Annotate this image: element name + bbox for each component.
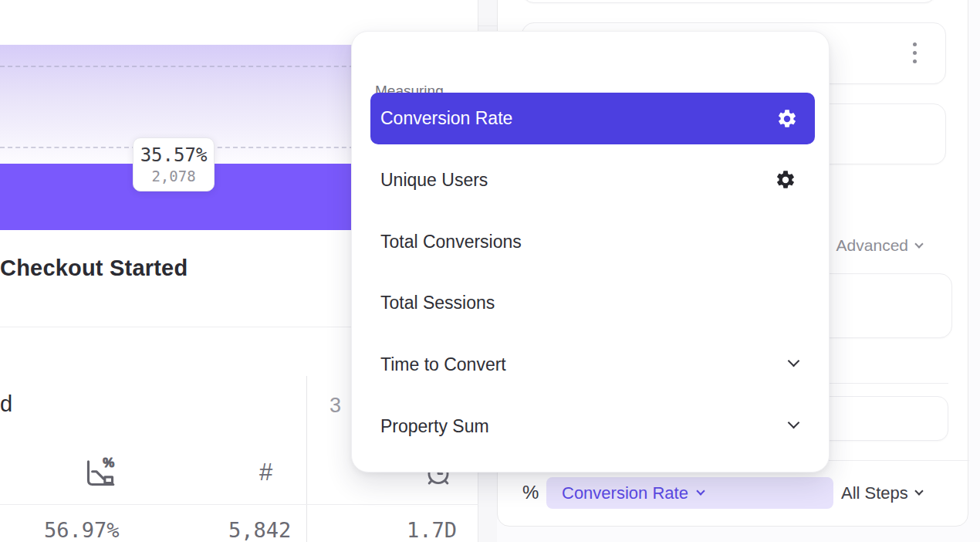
chevron-down-icon bbox=[696, 486, 705, 495]
table-column-divider bbox=[306, 376, 307, 542]
table-step-name-fragment: d bbox=[0, 391, 12, 417]
percent-symbol: % bbox=[522, 482, 539, 503]
chevron-down-icon[interactable] bbox=[788, 417, 800, 429]
metric-count-value: 5,842 bbox=[228, 518, 291, 542]
gear-icon[interactable] bbox=[775, 169, 796, 191]
svg-text:%: % bbox=[103, 456, 114, 470]
gear-icon[interactable] bbox=[776, 108, 798, 130]
chevron-down-icon[interactable] bbox=[788, 355, 800, 368]
menu-item-total-conversions[interactable]: Total Conversions bbox=[380, 232, 522, 252]
metric-conversion-rate-value: 56.97% bbox=[44, 518, 120, 542]
menu-item-property-sum[interactable]: Property Sum bbox=[380, 416, 489, 437]
menu-item-total-sessions[interactable]: Total Sessions bbox=[380, 293, 495, 313]
measuring-chip-button[interactable]: Conversion Rate bbox=[546, 477, 833, 509]
table-row-divider bbox=[0, 504, 478, 505]
tooltip-conversion-rate: 35.57% bbox=[133, 144, 214, 167]
measuring-dropdown: Measuring Conversion Rate Unique Users T… bbox=[351, 31, 830, 473]
menu-item-unique-users[interactable]: Unique Users bbox=[380, 170, 488, 191]
tooltip-count: 2,078 bbox=[133, 167, 214, 186]
menu-item-label: Conversion Rate bbox=[380, 108, 512, 129]
all-steps-label: All Steps bbox=[841, 483, 908, 503]
advanced-label: Advanced bbox=[836, 236, 908, 255]
chevron-down-icon bbox=[914, 486, 923, 495]
kebab-menu-icon[interactable] bbox=[913, 42, 917, 63]
menu-item-conversion-rate[interactable]: Conversion Rate bbox=[370, 93, 815, 144]
menu-item-time-to-convert[interactable]: Time to Convert bbox=[380, 354, 506, 375]
count-icon[interactable]: # bbox=[259, 459, 272, 486]
bar-tooltip: 35.57% 2,078 bbox=[133, 137, 215, 191]
builder-row-card-top[interactable] bbox=[522, 0, 937, 3]
table-next-step-number: 3 bbox=[329, 394, 341, 418]
all-steps-selector[interactable]: All Steps bbox=[841, 477, 957, 509]
measuring-chip-label: Conversion Rate bbox=[562, 483, 688, 503]
metric-time-value: 1.7D bbox=[407, 518, 457, 542]
conversion-rate-icon[interactable]: % bbox=[83, 456, 117, 493]
chevron-down-icon bbox=[914, 239, 923, 248]
step-title: Checkout Started bbox=[0, 256, 188, 281]
